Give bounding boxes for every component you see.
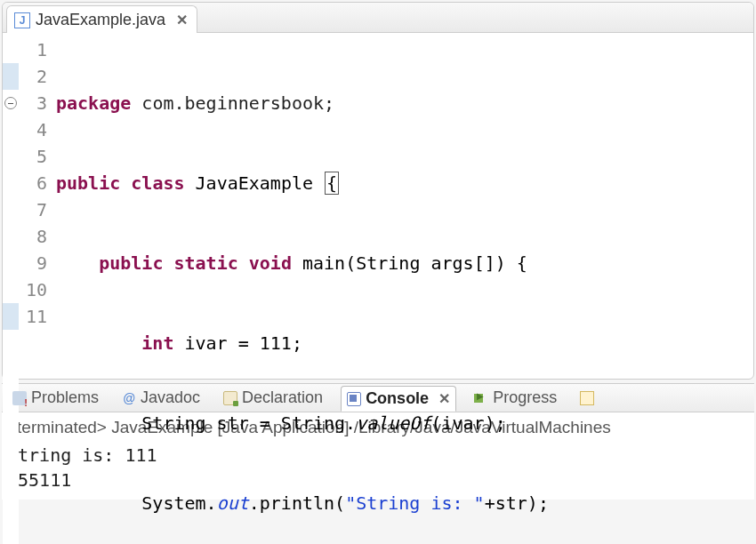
code-line: package com.beginnersbook; bbox=[56, 90, 753, 116]
tab-console[interactable]: Console ✕ bbox=[341, 386, 456, 412]
code-area[interactable]: 1 2 3 4 5 6 7 8 9 10 11 package com.begi… bbox=[3, 33, 753, 544]
problems-icon bbox=[12, 391, 27, 405]
progress-icon bbox=[474, 391, 488, 405]
close-icon[interactable]: ✕ bbox=[176, 12, 188, 28]
line-number-gutter: 1 2 3 4 5 6 7 8 9 10 11 bbox=[19, 36, 56, 544]
search-icon bbox=[580, 391, 594, 405]
code-line: public class JavaExample { bbox=[56, 170, 753, 196]
code-line: int ivar = 111; bbox=[56, 330, 753, 356]
editor-tab-bar: JavaExample.java ✕ bbox=[3, 3, 753, 33]
java-file-icon bbox=[14, 12, 30, 28]
marker-ruler bbox=[3, 36, 19, 544]
close-icon[interactable]: ✕ bbox=[438, 390, 450, 407]
code-line: System.out.println("String is: "+str); bbox=[56, 490, 753, 516]
console-icon bbox=[347, 392, 361, 406]
editor-tab-filename: JavaExample.java bbox=[36, 11, 165, 29]
editor-tab[interactable]: JavaExample.java ✕ bbox=[6, 5, 197, 33]
code-lines[interactable]: package com.beginnersbook; public class … bbox=[56, 36, 753, 544]
declaration-icon bbox=[223, 391, 237, 405]
code-line: String str = String.valueOf(ivar); bbox=[56, 410, 753, 436]
fold-toggle-icon[interactable] bbox=[4, 97, 17, 109]
editor-panel: JavaExample.java ✕ 1 2 3 4 5 6 7 8 9 bbox=[2, 2, 754, 380]
code-line: public static void main(String args[]) { bbox=[56, 250, 753, 276]
